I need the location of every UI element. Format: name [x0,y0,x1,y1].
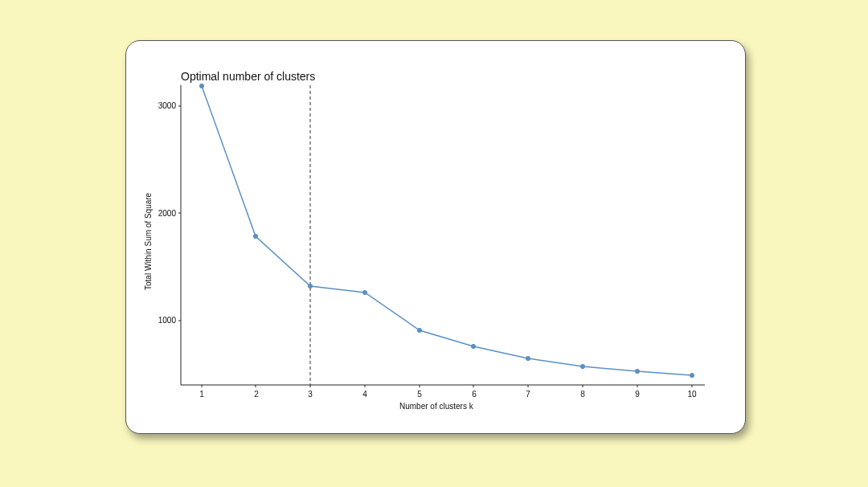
chart-card: Optimal number of clusters Total Within … [125,40,746,434]
data-point [362,290,366,294]
data-point [690,373,694,377]
data-point [308,284,312,288]
data-points [199,84,694,377]
data-point [526,356,530,360]
data-point [635,369,639,373]
data-point [199,84,203,88]
data-point [580,364,584,368]
data-point [471,344,475,348]
data-point [417,328,421,332]
data-line [202,86,692,375]
chart-svg [126,41,745,433]
data-point [253,234,257,238]
chart-plot: Optimal number of clusters Total Within … [126,41,745,433]
